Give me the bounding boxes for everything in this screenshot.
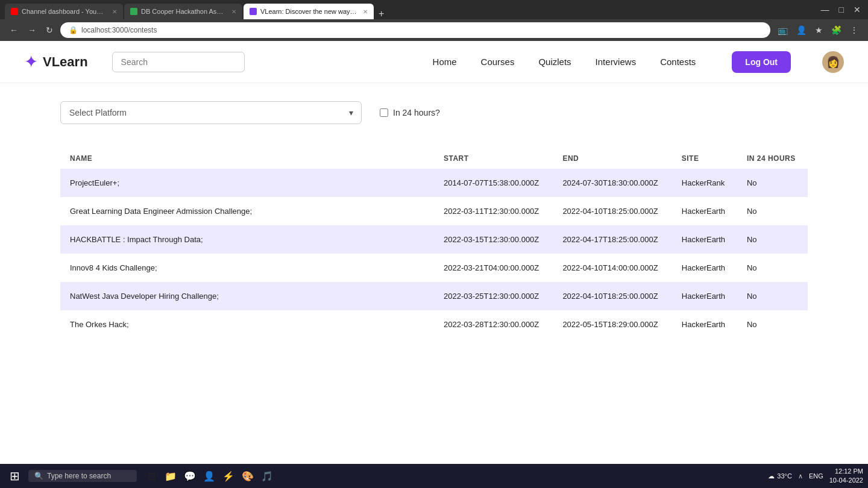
cell-site: HackerEarth bbox=[672, 254, 737, 282]
cell-start: 2022-03-21T04:00:00.000Z bbox=[434, 254, 553, 282]
browser-actions: 📺 👤 ★ 🧩 ⋮ bbox=[775, 23, 861, 37]
platform-select[interactable]: Select Platform HackerRank HackerEarth C… bbox=[60, 101, 362, 124]
contests-table: NAME START END SITE IN 24 HOURS ProjectE… bbox=[60, 148, 808, 339]
settings-icon[interactable]: ⋮ bbox=[848, 23, 861, 37]
cell-site: HackerEarth bbox=[672, 282, 737, 310]
table-header: NAME START END SITE IN 24 HOURS bbox=[60, 148, 808, 169]
bookmark-icon[interactable]: ★ bbox=[813, 23, 825, 37]
cell-end: 2022-05-15T18:29:00.000Z bbox=[553, 310, 671, 339]
cell-site: HackerEarth bbox=[672, 225, 737, 254]
table-row[interactable]: NatWest Java Developer Hiring Challenge;… bbox=[60, 282, 808, 310]
cell-name: Great Learning Data Engineer Admission C… bbox=[60, 197, 434, 225]
browser-chrome: Channel dashboard - YouTube S... ✕ DB Co… bbox=[0, 0, 868, 19]
new-tab-button[interactable]: + bbox=[375, 8, 388, 19]
nav-quizlets[interactable]: Quizlets bbox=[538, 57, 571, 67]
minimize-button[interactable]: — bbox=[819, 2, 832, 17]
tab-title-3: VLearn: Discover the new way of... bbox=[260, 8, 357, 15]
tab-title-1: Channel dashboard - YouTube S... bbox=[22, 8, 106, 15]
cell-end: 2024-07-30T18:30:00.000Z bbox=[553, 169, 671, 197]
cell-in24: No bbox=[737, 197, 808, 225]
browser-controls: ← → ↻ 🔒 localhost:3000/contests 📺 👤 ★ 🧩 … bbox=[0, 19, 868, 41]
cell-end: 2022-04-10T18:25:00.000Z bbox=[553, 197, 671, 225]
cell-name: HACKBATTLE : Impact Through Data; bbox=[60, 225, 434, 254]
col-header-name: NAME bbox=[60, 148, 434, 169]
cell-site: HackerRank bbox=[672, 169, 737, 197]
address-bar[interactable]: 🔒 localhost:3000/contests bbox=[60, 22, 770, 38]
search-container bbox=[112, 52, 245, 72]
col-header-in24: IN 24 HOURS bbox=[737, 148, 808, 169]
cell-start: 2022-03-15T12:30:00.000Z bbox=[434, 225, 553, 254]
close-button[interactable]: ✕ bbox=[851, 2, 863, 17]
filter-row: Select Platform HackerRank HackerEarth C… bbox=[60, 101, 808, 124]
page-content: Select Platform HackerRank HackerEarth C… bbox=[0, 83, 868, 357]
url-text: localhost:3000/contests bbox=[81, 26, 157, 34]
search-input[interactable] bbox=[112, 52, 245, 72]
reload-button[interactable]: ↻ bbox=[43, 23, 55, 37]
avatar: 👩 bbox=[822, 51, 844, 73]
browser-tab-2[interactable]: DB Cooper Hackathon Assets - G... ✕ bbox=[124, 4, 242, 19]
tab-favicon-3 bbox=[250, 8, 257, 15]
table-row[interactable]: ProjectEuler+; 2014-07-07T15:38:00.000Z … bbox=[60, 169, 808, 197]
col-header-site: SITE bbox=[672, 148, 737, 169]
tab-title-2: DB Cooper Hackathon Assets - G... bbox=[141, 8, 225, 15]
table-header-row: NAME START END SITE IN 24 HOURS bbox=[60, 148, 808, 169]
tab-favicon-2 bbox=[130, 8, 137, 15]
in24-checkbox[interactable] bbox=[380, 108, 388, 117]
cell-name: Innov8 4 Kids Challenge; bbox=[60, 254, 434, 282]
back-button[interactable]: ← bbox=[7, 23, 20, 37]
cell-start: 2022-03-11T12:30:00.000Z bbox=[434, 197, 553, 225]
cell-in24: No bbox=[737, 282, 808, 310]
forward-button[interactable]: → bbox=[25, 23, 39, 37]
nav-links: Home Courses Quizlets Interviews Contest… bbox=[433, 51, 844, 73]
logout-button[interactable]: Log Out bbox=[732, 51, 791, 73]
browser-tabs: Channel dashboard - YouTube S... ✕ DB Co… bbox=[5, 0, 388, 19]
cell-name: The Orkes Hack; bbox=[60, 310, 434, 339]
cell-start: 2022-03-25T12:30:00.000Z bbox=[434, 282, 553, 310]
tab-close-2[interactable]: ✕ bbox=[231, 8, 236, 15]
table-row[interactable]: HACKBATTLE : Impact Through Data; 2022-0… bbox=[60, 225, 808, 254]
extension-icon[interactable]: 🧩 bbox=[829, 23, 844, 37]
cell-site: HackerEarth bbox=[672, 310, 737, 339]
nav-contests[interactable]: Contests bbox=[660, 57, 696, 67]
nav-interviews[interactable]: Interviews bbox=[596, 57, 637, 67]
platform-select-wrapper: Select Platform HackerRank HackerEarth C… bbox=[60, 101, 362, 124]
navbar: ✦ VLearn Home Courses Quizlets Interview… bbox=[0, 41, 868, 83]
in24-label-text: In 24 hours? bbox=[393, 108, 440, 117]
browser-tab-1[interactable]: Channel dashboard - YouTube S... ✕ bbox=[5, 4, 123, 19]
lock-icon: 🔒 bbox=[69, 26, 78, 34]
profile-icon[interactable]: 👤 bbox=[794, 23, 809, 37]
maximize-button[interactable]: □ bbox=[837, 2, 846, 17]
logo-link[interactable]: ✦ VLearn bbox=[24, 52, 88, 72]
cell-name: NatWest Java Developer Hiring Challenge; bbox=[60, 282, 434, 310]
cell-start: 2022-03-28T12:30:00.000Z bbox=[434, 310, 553, 339]
col-header-start: START bbox=[434, 148, 553, 169]
cell-end: 2022-04-17T18:25:00.000Z bbox=[553, 225, 671, 254]
cell-in24: No bbox=[737, 225, 808, 254]
table-row[interactable]: Great Learning Data Engineer Admission C… bbox=[60, 197, 808, 225]
in24-header-text: IN 24 HOURS bbox=[747, 154, 796, 163]
cast-icon[interactable]: 📺 bbox=[775, 23, 790, 37]
logo-icon: ✦ bbox=[24, 52, 38, 72]
cell-name: ProjectEuler+; bbox=[60, 169, 434, 197]
col-header-end: END bbox=[553, 148, 671, 169]
cell-end: 2022-04-10T14:00:00.000Z bbox=[553, 254, 671, 282]
in24-label[interactable]: In 24 hours? bbox=[380, 108, 440, 117]
cell-start: 2014-07-07T15:38:00.000Z bbox=[434, 169, 553, 197]
cell-site: HackerEarth bbox=[672, 197, 737, 225]
logo-text: VLearn bbox=[43, 54, 88, 70]
table-row[interactable]: Innov8 4 Kids Challenge; 2022-03-21T04:0… bbox=[60, 254, 808, 282]
nav-courses[interactable]: Courses bbox=[481, 57, 515, 67]
cell-in24: No bbox=[737, 169, 808, 197]
nav-home[interactable]: Home bbox=[433, 57, 457, 67]
tab-close-1[interactable]: ✕ bbox=[112, 8, 117, 15]
cell-in24: No bbox=[737, 254, 808, 282]
tab-favicon-1 bbox=[11, 8, 18, 15]
cell-in24: No bbox=[737, 310, 808, 339]
table-row[interactable]: The Orkes Hack; 2022-03-28T12:30:00.000Z… bbox=[60, 310, 808, 339]
browser-tab-3[interactable]: VLearn: Discover the new way of... ✕ bbox=[244, 4, 374, 19]
tab-close-3[interactable]: ✕ bbox=[363, 8, 368, 15]
cell-end: 2022-04-10T18:25:00.000Z bbox=[553, 282, 671, 310]
table-body: ProjectEuler+; 2014-07-07T15:38:00.000Z … bbox=[60, 169, 808, 339]
